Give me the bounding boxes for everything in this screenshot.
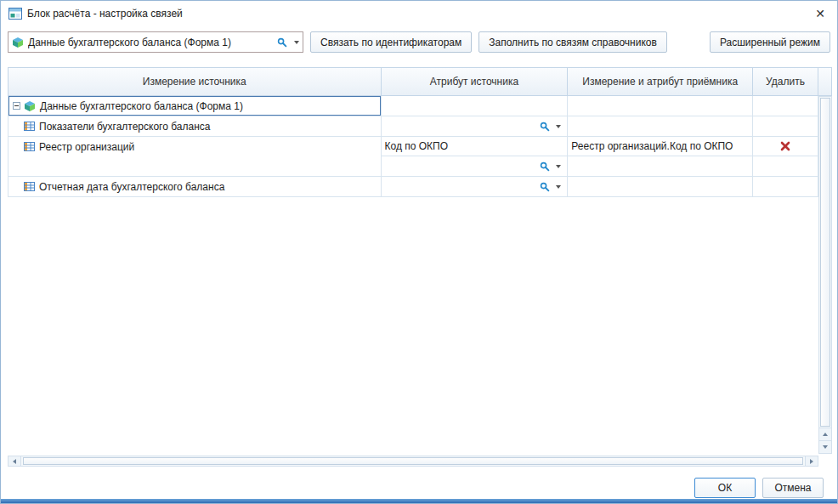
target-cell-new[interactable] [568,156,752,176]
column-header-source-dimension[interactable]: Измерение источника [8,68,382,95]
target-cell[interactable]: Реестр организаций.Код по ОКПО [568,137,752,156]
search-icon [540,161,550,172]
target-cell[interactable] [568,177,753,196]
attribute-cell[interactable] [382,116,569,136]
empty-cell[interactable] [382,96,569,116]
cube-icon [12,37,24,48]
vertical-scrollbar-thumb[interactable] [820,98,830,427]
close-icon[interactable]: ✕ [811,4,830,23]
delete-cell[interactable] [753,116,818,136]
root-node-label: Данные бухгалтерского баланса (Форма 1) [40,100,243,112]
attribute-cell-group: Код по ОКПО [382,137,569,176]
delete-icon[interactable] [780,141,790,151]
delete-cell-new[interactable] [753,156,818,176]
advanced-mode-button[interactable]: Расширенный режим [710,31,830,53]
attribute-cell-new[interactable] [382,156,568,176]
attribute-lookup[interactable] [540,161,563,172]
chevron-down-icon [556,165,561,168]
dimension-label: Отчетная дата бухгалтерского баланса [39,181,224,193]
empty-cell[interactable] [568,96,753,116]
scroll-down-button[interactable] [819,440,831,453]
scroll-left-button[interactable] [8,456,21,466]
target-cell[interactable] [568,116,753,136]
arrow-left-icon [13,459,16,464]
scroll-right-button[interactable] [805,456,818,466]
dimension-cell[interactable]: Отчетная дата бухгалтерского баланса [8,177,382,196]
dimension-cell[interactable]: Показатели бухгалтерского баланса [8,116,382,136]
arrow-down-icon [823,445,828,449]
search-icon [540,182,550,192]
attribute-cell[interactable] [382,177,569,196]
table-row: Отчетная дата бухгалтерского баланса [8,177,818,197]
chevron-down-icon [556,185,561,189]
attribute-cell[interactable]: Код по ОКПО [382,137,568,156]
dimension-label: Показатели бухгалтерского баланса [39,121,210,133]
header-corner [818,67,832,96]
empty-cell[interactable] [753,96,818,116]
table-row: Реестр организаций Код по ОКПО [8,137,818,177]
table-row-root: Данные бухгалтерского баланса (Форма 1) [8,96,818,116]
target-cell-group: Реестр организаций.Код по ОКПО [568,137,753,176]
delete-cell-group [753,137,818,176]
title-bar: Блок расчёта - настройка связей ✕ [1,1,837,26]
arrow-right-icon [810,459,813,464]
horizontal-scrollbar[interactable] [8,456,818,467]
chevron-down-icon [556,125,561,128]
column-header-target-dimension[interactable]: Измерение и атрибут приёмника [568,68,753,95]
arrow-up-icon [823,433,828,436]
root-node-cell[interactable]: Данные бухгалтерского баланса (Форма 1) [8,96,382,116]
column-header-delete[interactable]: Удалить [753,68,818,95]
dialog-window: Блок расчёта - настройка связей ✕ Данные… [0,0,838,504]
ok-button[interactable]: ОК [694,478,756,498]
column-header-source-attribute[interactable]: Атрибут источника [382,68,569,95]
source-object-value: Данные бухгалтерского баланса (Форма 1) [28,37,277,48]
delete-cell[interactable] [753,177,818,196]
delete-cell[interactable] [753,137,818,156]
fill-by-dictionary-links-button[interactable]: Заполнить по связям справочников [478,31,667,53]
dimension-icon [24,141,35,152]
cancel-button[interactable]: Отмена [762,478,824,498]
dimension-cell[interactable]: Реестр организаций [8,137,382,176]
page-title: Блок расчёта - настройка связей [27,8,183,20]
search-icon [540,122,550,132]
attribute-value: Код по ОКПО [385,140,449,152]
table-row: Показатели бухгалтерского баланса [8,116,818,137]
dimension-icon [24,181,35,192]
target-value: Реестр организаций.Код по ОКПО [571,140,733,152]
search-icon [277,37,287,48]
dimension-icon [24,121,35,132]
source-object-combo[interactable]: Данные бухгалтерского баланса (Форма 1) [8,31,303,53]
attribute-lookup[interactable] [540,182,563,192]
attribute-lookup[interactable] [540,122,563,132]
tree-collapse-icon[interactable] [13,102,20,110]
table-body: Данные бухгалтерского баланса (Форма 1) … [8,96,818,197]
chevron-down-icon [294,41,299,44]
dialog-icon [8,8,22,20]
table-header: Измерение источника Атрибут источника Из… [8,67,818,96]
scroll-up-button[interactable] [819,428,831,440]
horizontal-scrollbar-thumb[interactable] [23,457,803,465]
dimension-label: Реестр организаций [39,141,134,153]
cube-icon [24,100,36,112]
link-by-identifiers-button[interactable]: Связать по идентификаторам [310,31,472,53]
red-cross-icon [780,141,790,151]
vertical-scrollbar[interactable] [818,96,832,454]
toolbar: Данные бухгалтерского баланса (Форма 1) … [8,31,830,53]
window-bottom-frame [1,499,837,503]
